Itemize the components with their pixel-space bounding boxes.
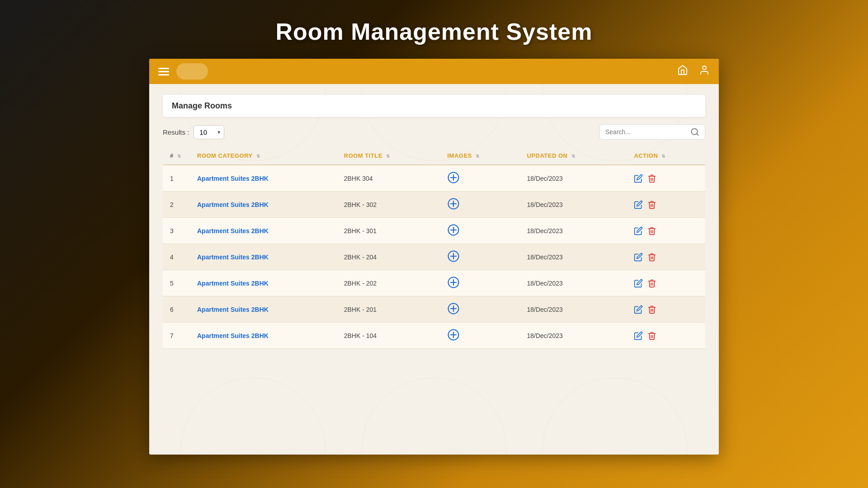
home-icon[interactable] [677, 65, 688, 78]
nav-right [677, 65, 710, 78]
col-images[interactable]: IMAGES ⇅ [440, 147, 520, 165]
content-area: Manage Rooms Results : 10 25 50 100 [149, 84, 719, 455]
edit-icon [634, 174, 643, 183]
row-num-1: 1 [163, 165, 190, 192]
delete-button-5[interactable] [647, 279, 656, 288]
trash-icon [647, 305, 656, 314]
edit-button-4[interactable] [634, 253, 643, 262]
row-title-3: 2BHK - 301 [337, 218, 440, 244]
row-category-7[interactable]: Apartment Suites 2BHK [190, 323, 337, 349]
edit-icon [634, 305, 643, 314]
row-title-5: 2BHK - 202 [337, 270, 440, 296]
add-image-button-6[interactable] [448, 303, 459, 314]
section-title: Manage Rooms [172, 101, 232, 110]
edit-button-5[interactable] [634, 279, 643, 288]
row-images-4[interactable] [440, 244, 520, 270]
row-category-2[interactable]: Apartment Suites 2BHK [190, 192, 337, 218]
edit-button-7[interactable] [634, 331, 643, 340]
user-icon[interactable] [699, 65, 710, 78]
category-link-3[interactable]: Apartment Suites 2BHK [197, 227, 269, 235]
action-buttons-6 [634, 305, 698, 314]
edit-button-2[interactable] [634, 200, 643, 209]
row-action-6 [627, 296, 705, 323]
row-action-5 [627, 270, 705, 296]
add-circle-icon [448, 172, 459, 183]
row-num-5: 5 [163, 270, 190, 296]
col-action[interactable]: ACTION ⇅ [627, 147, 705, 165]
edit-button-3[interactable] [634, 226, 643, 235]
edit-button-1[interactable] [634, 174, 643, 183]
category-link-1[interactable]: Apartment Suites 2BHK [197, 175, 269, 182]
delete-button-2[interactable] [647, 200, 656, 209]
edit-icon [634, 200, 643, 209]
add-image-button-2[interactable] [448, 198, 459, 210]
row-images-5[interactable] [440, 270, 520, 296]
trash-icon [647, 174, 656, 183]
row-images-2[interactable] [440, 192, 520, 218]
delete-button-1[interactable] [647, 174, 656, 183]
row-category-4[interactable]: Apartment Suites 2BHK [190, 244, 337, 270]
row-title-7: 2BHK - 104 [337, 323, 440, 349]
row-category-3[interactable]: Apartment Suites 2BHK [190, 218, 337, 244]
add-circle-icon [448, 224, 459, 236]
add-image-button-7[interactable] [448, 329, 459, 341]
sort-icon-category: ⇅ [256, 154, 260, 159]
row-title-4: 2BHK - 204 [337, 244, 440, 270]
row-images-7[interactable] [440, 323, 520, 349]
category-link-2[interactable]: Apartment Suites 2BHK [197, 201, 269, 208]
col-num[interactable]: # ⇅ [163, 147, 190, 165]
delete-button-3[interactable] [647, 226, 656, 235]
add-image-button-3[interactable] [448, 224, 459, 236]
row-category-6[interactable]: Apartment Suites 2BHK [190, 296, 337, 323]
category-link-4[interactable]: Apartment Suites 2BHK [197, 253, 269, 261]
row-num-3: 3 [163, 218, 190, 244]
row-updated-3: 18/Dec/2023 [519, 218, 627, 244]
hamburger-icon[interactable] [158, 68, 169, 75]
table-row: 5 Apartment Suites 2BHK 2BHK - 202 18/De… [163, 270, 705, 296]
row-images-3[interactable] [440, 218, 520, 244]
row-updated-7: 18/Dec/2023 [519, 323, 627, 349]
add-image-button-1[interactable] [448, 172, 459, 183]
section-header: Manage Rooms [163, 95, 705, 117]
action-buttons-2 [634, 200, 698, 209]
search-button[interactable] [690, 127, 699, 136]
table-controls: Results : 10 25 50 100 [163, 124, 705, 140]
row-num-2: 2 [163, 192, 190, 218]
add-circle-icon [448, 198, 459, 210]
edit-button-6[interactable] [634, 305, 643, 314]
row-category-5[interactable]: Apartment Suites 2BHK [190, 270, 337, 296]
search-icon [690, 127, 699, 136]
search-input[interactable] [605, 128, 687, 136]
row-num-6: 6 [163, 296, 190, 323]
row-title-6: 2BHK - 201 [337, 296, 440, 323]
row-images-1[interactable] [440, 165, 520, 192]
add-image-button-4[interactable] [448, 250, 459, 262]
category-link-5[interactable]: Apartment Suites 2BHK [197, 280, 269, 287]
edit-icon [634, 279, 643, 288]
action-buttons-5 [634, 279, 698, 288]
delete-button-7[interactable] [647, 331, 656, 340]
col-updated[interactable]: UPDATED ON ⇅ [519, 147, 627, 165]
action-buttons-4 [634, 253, 698, 262]
search-box [599, 124, 705, 140]
row-category-1[interactable]: Apartment Suites 2BHK [190, 165, 337, 192]
row-action-7 [627, 323, 705, 349]
category-link-7[interactable]: Apartment Suites 2BHK [197, 332, 269, 339]
svg-point-0 [703, 66, 706, 70]
col-title[interactable]: ROOM TITLE ⇅ [337, 147, 440, 165]
row-title-1: 2BHK 304 [337, 165, 440, 192]
table-row: 1 Apartment Suites 2BHK 2BHK 304 18/Dec/… [163, 165, 705, 192]
results-select-wrapper: 10 25 50 100 [193, 125, 224, 139]
sort-icon-num: ⇅ [177, 154, 181, 159]
results-select[interactable]: 10 25 50 100 [193, 125, 224, 139]
add-image-button-5[interactable] [448, 277, 459, 288]
delete-button-4[interactable] [647, 253, 656, 262]
category-link-6[interactable]: Apartment Suites 2BHK [197, 306, 269, 313]
row-images-6[interactable] [440, 296, 520, 323]
col-category[interactable]: ROOM CATEGORY ⇅ [190, 147, 337, 165]
row-num-4: 4 [163, 244, 190, 270]
table-row: 6 Apartment Suites 2BHK 2BHK - 201 18/De… [163, 296, 705, 323]
delete-button-6[interactable] [647, 305, 656, 314]
nav-left [158, 63, 208, 80]
table-row: 4 Apartment Suites 2BHK 2BHK - 204 18/De… [163, 244, 705, 270]
